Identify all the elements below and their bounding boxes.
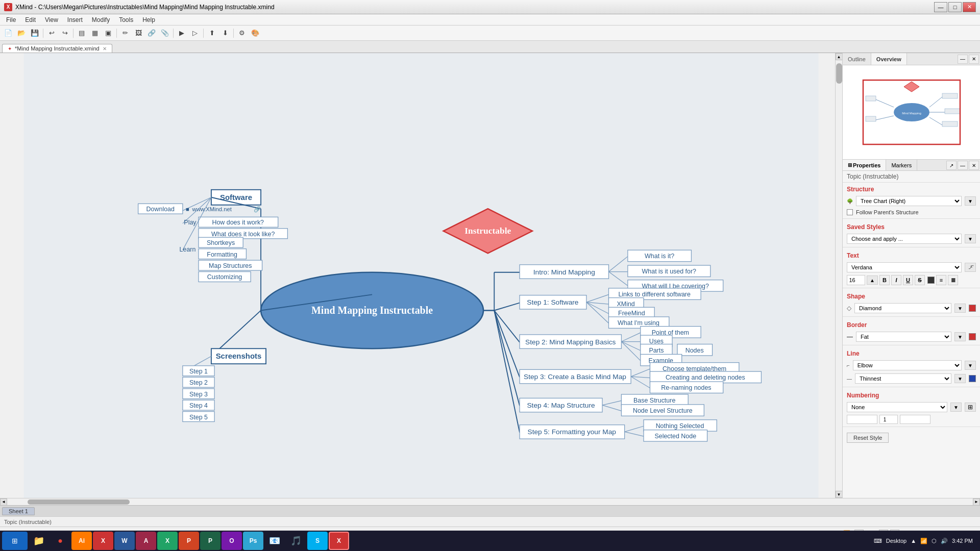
maximize-button[interactable]: □ xyxy=(948,2,962,12)
menu-file[interactable]: File xyxy=(2,15,20,24)
structure-more-button[interactable]: ▼ xyxy=(965,196,976,206)
follow-parent-checkbox[interactable] xyxy=(847,209,853,215)
menu-help[interactable]: Help xyxy=(138,15,159,24)
toolbar-link[interactable]: 🔗 xyxy=(145,28,158,39)
shape-color-swatch[interactable] xyxy=(969,305,976,312)
taskbar-powerpoint[interactable]: P xyxy=(179,532,199,550)
taskbar-file-explorer[interactable]: 📁 xyxy=(29,532,49,550)
border-more-button[interactable]: ▼ xyxy=(954,332,966,341)
taskbar-photoshop[interactable]: Ps xyxy=(243,532,263,550)
menu-edit[interactable]: Edit xyxy=(21,15,40,24)
taskbar-access[interactable]: A xyxy=(136,532,156,550)
props-min-button[interactable]: — xyxy=(958,161,968,170)
line-style-select[interactable]: Elbow xyxy=(853,360,962,370)
numbering-more-button[interactable]: ▼ xyxy=(950,403,962,412)
toolbar-view1[interactable]: ▤ xyxy=(76,28,88,39)
text-color-swatch[interactable] xyxy=(927,277,935,284)
saved-styles-select[interactable]: Choose and apply ... xyxy=(847,234,962,244)
numbering-select[interactable]: None xyxy=(847,402,947,412)
hscroll-thumb[interactable] xyxy=(28,499,130,505)
outline-tab[interactable]: Outline xyxy=(843,53,871,65)
toolbar-save[interactable]: 💾 xyxy=(29,28,41,39)
close-button[interactable]: ✕ xyxy=(963,2,976,12)
shape-select[interactable]: Diamond xyxy=(854,303,951,313)
toolbar-import[interactable]: ⬇ xyxy=(219,28,231,39)
toolbar-theme[interactable]: 🎨 xyxy=(249,28,261,39)
border-color-swatch[interactable] xyxy=(969,333,976,340)
properties-tab[interactable]: ⊞ Properties xyxy=(843,160,886,170)
mind-map-canvas[interactable]: Mind Mapping Instructable Intro: Mind Ma… xyxy=(0,53,842,498)
font-script-button[interactable]: 𝓕 xyxy=(965,263,976,272)
toolbar-redo[interactable]: ↪ xyxy=(59,28,71,39)
strikethrough-button[interactable]: S xyxy=(915,275,925,285)
props-expand-button[interactable]: ↗ xyxy=(946,161,957,170)
toolbar-image[interactable]: 🖼 xyxy=(132,28,144,39)
toolbar-view2[interactable]: ▦ xyxy=(89,28,101,39)
toolbar-play[interactable]: ▶ xyxy=(176,28,188,39)
taskbar-xmind-active[interactable]: X xyxy=(329,532,349,550)
toolbar-export[interactable]: ⬆ xyxy=(206,28,218,39)
taskbar-word[interactable]: W xyxy=(114,532,135,550)
bold-button[interactable]: B xyxy=(879,275,890,285)
structure-select[interactable]: Tree Chart (Right) xyxy=(856,196,962,206)
vertical-scrollbar[interactable]: ▲ ▼ xyxy=(835,53,842,498)
props-close-button[interactable]: ✕ xyxy=(969,161,979,170)
titlebar-controls[interactable]: — □ ✕ xyxy=(934,2,976,12)
font-size-up-button[interactable]: ▲ xyxy=(867,276,878,285)
tray-expand-icon[interactable]: ▲ xyxy=(911,538,916,544)
font-select[interactable]: Verdana xyxy=(847,262,962,272)
border-select[interactable]: Fat xyxy=(856,332,951,342)
network-icon[interactable]: 📶 xyxy=(920,538,927,544)
toolbar-settings[interactable]: ⚙ xyxy=(236,28,248,39)
reset-style-button[interactable]: Reset Style xyxy=(847,433,889,443)
taskbar-publisher[interactable]: P xyxy=(200,532,220,550)
toolbar-attach[interactable]: 📎 xyxy=(159,28,171,39)
overview-tab[interactable]: Overview xyxy=(871,53,907,65)
menu-view[interactable]: View xyxy=(41,15,62,24)
scroll-left-button[interactable]: ◄ xyxy=(0,498,7,506)
numbering-suffix-input[interactable] xyxy=(900,415,930,424)
taskbar-xmind-pinned[interactable]: X xyxy=(93,532,113,550)
taskbar-excel[interactable]: X xyxy=(157,532,178,550)
line-weight-more-button[interactable]: ▼ xyxy=(954,374,966,383)
canvas-area[interactable]: ▲ ▼ Mind Mapping Instructable Intro: Min… xyxy=(0,53,842,498)
markers-tab[interactable]: Markers xyxy=(886,160,917,170)
toolbar-view3[interactable]: ▣ xyxy=(102,28,114,39)
scroll-thumb-v[interactable] xyxy=(836,63,842,84)
panel-min-button[interactable]: — xyxy=(958,55,968,64)
start-button[interactable]: ⊞ xyxy=(2,532,28,550)
sheet-tab-1[interactable]: Sheet 1 xyxy=(2,507,35,515)
panel-close-button[interactable]: ✕ xyxy=(969,55,979,64)
toolbar-play2[interactable]: ▷ xyxy=(189,28,201,39)
toolbar-undo[interactable]: ↩ xyxy=(45,28,58,39)
saved-styles-more-button[interactable]: ▼ xyxy=(965,234,976,243)
taskbar-mail[interactable]: 📧 xyxy=(264,532,285,550)
align-left-button[interactable]: ≡ xyxy=(936,275,946,285)
file-tab[interactable]: ✦ *Mind Mapping Instructable.xmind ✕ xyxy=(2,44,112,53)
line-style-more-button[interactable]: ▼ xyxy=(965,361,976,370)
italic-button[interactable]: I xyxy=(891,275,901,285)
minimize-button[interactable]: — xyxy=(934,2,947,12)
taskbar-music[interactable]: 🎵 xyxy=(286,532,306,550)
taskbar-chrome[interactable]: ● xyxy=(50,532,70,550)
toolbar-new[interactable]: 📄 xyxy=(2,28,14,39)
underline-button[interactable]: U xyxy=(903,275,913,285)
taskbar-onenote[interactable]: O xyxy=(222,532,242,550)
taskbar-illustrator[interactable]: Ai xyxy=(71,532,92,550)
line-weight-select[interactable]: Thinnest xyxy=(855,373,951,384)
numbering-prefix-input[interactable] xyxy=(847,415,877,424)
toolbar-edit[interactable]: ✏ xyxy=(119,28,131,39)
numbering-start-input[interactable] xyxy=(879,415,898,424)
volume-icon[interactable]: 🔊 xyxy=(941,538,948,544)
taskbar-skype[interactable]: S xyxy=(307,532,328,550)
scroll-right-button[interactable]: ► xyxy=(973,498,980,506)
scroll-down-button[interactable]: ▼ xyxy=(836,491,843,498)
scroll-up-button[interactable]: ▲ xyxy=(836,53,843,60)
menu-insert[interactable]: Insert xyxy=(63,15,87,24)
tab-close-button[interactable]: ✕ xyxy=(103,46,107,52)
shape-more-button[interactable]: ▼ xyxy=(954,304,966,313)
menu-modify[interactable]: Modify xyxy=(88,15,114,24)
bluetooth-icon[interactable]: ⬡ xyxy=(932,538,937,544)
font-size-input[interactable] xyxy=(847,275,865,285)
menu-tools[interactable]: Tools xyxy=(115,15,137,24)
